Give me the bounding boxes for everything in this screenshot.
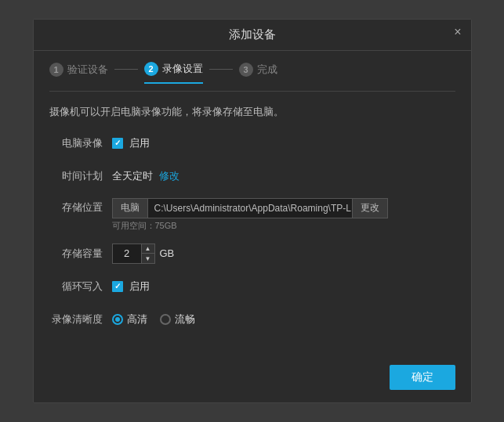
add-device-dialog: 添加设备 × 1 验证设备 2 录像设置 3 完成 摄像机可以开启电脑录像功能，… — [33, 19, 472, 403]
schedule-value: 全天定时 修改 — [112, 169, 179, 183]
storage-change-btn[interactable]: 更改 — [352, 199, 387, 218]
storage-label: 存储位置 — [49, 200, 103, 215]
step-1[interactable]: 1 验证设备 — [49, 63, 108, 83]
close-button[interactable]: × — [454, 26, 461, 38]
loop-label: 循环写入 — [49, 280, 103, 294]
step-divider-1 — [114, 69, 138, 70]
description: 摄像机可以开启电脑录像功能，将录像存储至电脑。 — [49, 104, 455, 120]
dialog-footer: 确定 — [34, 357, 471, 402]
quality-smooth-option[interactable]: 流畅 — [160, 312, 195, 326]
dialog-titlebar: 添加设备 × — [34, 20, 471, 51]
capacity-value: ▲ ▼ GB — [112, 243, 175, 264]
step-2[interactable]: 2 录像设置 — [144, 62, 203, 84]
capacity-unit: GB — [160, 247, 175, 259]
storage-row: 存储位置 电脑 C:\Users\Administrator\AppData\R… — [49, 198, 455, 232]
storage-tab[interactable]: 电脑 — [113, 199, 148, 218]
spinner-down-btn[interactable]: ▼ — [142, 254, 154, 263]
pc-record-checkbox[interactable] — [112, 138, 123, 149]
confirm-button[interactable]: 确定 — [390, 365, 455, 390]
capacity-input[interactable] — [113, 244, 141, 263]
loop-value: 启用 — [112, 280, 150, 294]
dialog-body: 1 验证设备 2 录像设置 3 完成 摄像机可以开启电脑录像功能，将录像存储至电… — [34, 51, 471, 357]
step-2-num: 2 — [144, 62, 158, 76]
quality-hd-radio-dot — [115, 317, 120, 322]
spinner-up-btn[interactable]: ▲ — [142, 244, 154, 254]
quality-value: 高清 流畅 — [112, 312, 195, 326]
step-1-label: 验证设备 — [67, 63, 108, 77]
spinner-arrows: ▲ ▼ — [141, 244, 154, 263]
quality-smooth-label: 流畅 — [175, 312, 195, 326]
dialog-title: 添加设备 — [229, 27, 276, 41]
loop-row: 循环写入 启用 — [49, 276, 455, 298]
schedule-change-link[interactable]: 修改 — [159, 169, 179, 183]
step-divider-2 — [209, 69, 233, 70]
storage-hint: 可用空间：75GB — [112, 220, 388, 232]
pc-record-value: 启用 — [112, 136, 150, 150]
step-3[interactable]: 3 完成 — [239, 63, 277, 83]
quality-hd-option[interactable]: 高清 — [112, 312, 147, 326]
step-3-num: 3 — [239, 63, 253, 77]
quality-row: 录像清晰度 高清 流畅 — [49, 308, 455, 330]
quality-hd-radio[interactable] — [112, 314, 123, 325]
schedule-label: 时间计划 — [49, 169, 103, 183]
storage-input-row: 电脑 C:\Users\Administrator\AppData\Roamin… — [112, 198, 388, 218]
step-3-label: 完成 — [257, 63, 277, 77]
steps-bar: 1 验证设备 2 录像设置 3 完成 — [49, 51, 455, 92]
loop-checkbox[interactable] — [112, 281, 123, 292]
storage-path: C:\Users\Administrator\AppData\Roaming\T… — [148, 199, 352, 218]
pc-record-check-label: 启用 — [129, 136, 150, 150]
step-2-label: 录像设置 — [162, 62, 203, 76]
storage-block: 电脑 C:\Users\Administrator\AppData\Roamin… — [112, 198, 388, 232]
loop-check-label: 启用 — [129, 280, 150, 294]
quality-label: 录像清晰度 — [49, 312, 103, 326]
capacity-row: 存储容量 ▲ ▼ GB — [49, 243, 455, 265]
capacity-label: 存储容量 — [49, 247, 103, 261]
step-1-num: 1 — [49, 63, 63, 77]
quality-hd-label: 高清 — [127, 312, 147, 326]
schedule-text: 全天定时 — [112, 169, 153, 183]
schedule-row: 时间计划 全天定时 修改 — [49, 165, 455, 187]
quality-smooth-radio[interactable] — [160, 314, 171, 325]
pc-record-label: 电脑录像 — [49, 136, 103, 150]
capacity-spinner: ▲ ▼ — [112, 243, 155, 264]
pc-record-row: 电脑录像 启用 — [49, 132, 455, 154]
